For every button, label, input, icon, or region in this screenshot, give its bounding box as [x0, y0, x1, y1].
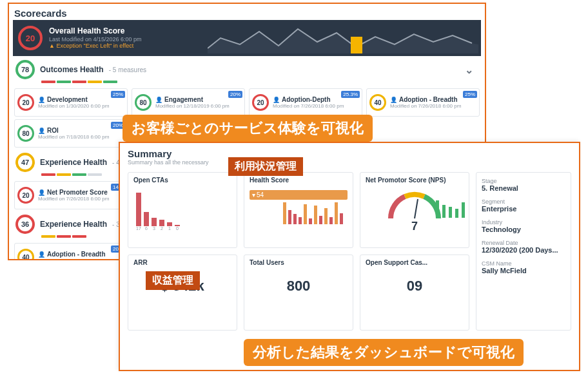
stage-label: Stage — [482, 178, 565, 184]
user-icon: 👤 — [38, 97, 45, 103]
exp2-title: Experience Health — [40, 220, 107, 229]
csm-value: Sally McField — [482, 267, 565, 274]
user-icon: 👤 — [38, 251, 45, 258]
total-users-title: Total Users — [250, 259, 348, 266]
total-users-value: 800 — [250, 278, 348, 294]
svg-line-1 — [415, 199, 418, 218]
measure-score-ring: 40 — [17, 249, 34, 260]
nps-mini-bars — [436, 188, 465, 218]
outcomes-cards-row1: 20 👤Development Modified on 1/30/2020 6:… — [9, 87, 485, 118]
user-icon: 👤 — [38, 189, 45, 196]
svg-rect-0 — [351, 37, 362, 53]
exp1-score-ring: 47 — [15, 153, 35, 172]
callout-dashboard-viz: 分析した結果をダッシュボードで可視化 — [244, 339, 524, 366]
summary-sidebar: Stage5. Renewal SegmentEnterprise Indust… — [476, 172, 571, 331]
measure-badge: 25% — [463, 91, 477, 98]
exp1-title: Experience Health — [40, 158, 107, 167]
callout-revenue-management: 収益管理 — [146, 271, 200, 290]
measure-name: 👤Development — [38, 96, 109, 103]
outcomes-meta: - 5 measures — [109, 66, 146, 73]
health-score-title: Health Score — [250, 177, 348, 184]
measure-badge: 25.3% — [341, 91, 360, 98]
open-support-value: 09 — [366, 278, 464, 294]
measure-date: Modified on 7/26/2018 6:00 pm — [273, 103, 344, 109]
measure-badge: 25% — [111, 91, 125, 98]
measure-name: 👤Adoption-Depth — [273, 96, 344, 103]
measure-score-ring: 40 — [369, 94, 386, 111]
open-ctas-bars — [136, 190, 231, 226]
measure-card[interactable]: 20 👤Development Modified on 1/30/2020 6:… — [14, 88, 128, 117]
measure-card[interactable]: 40 👤Adoption - Breadth Modified on 7/26/… — [14, 243, 128, 260]
open-support-widget[interactable]: Open Support Cas... 09 — [360, 255, 469, 331]
summary-grid: Open CTAs 1763210 Health Score ▾ 54 Net … — [128, 172, 469, 331]
arr-widget[interactable]: ARR $ 542k — [128, 255, 237, 331]
measure-badge: 20% — [228, 91, 242, 98]
open-ctas-title: Open CTAs — [133, 177, 231, 184]
outcomes-title: Outcomes Health — [40, 65, 104, 74]
overall-health-exception: ▲ Exception "Exec Left" in effect — [49, 43, 142, 49]
exp2-score-ring: 36 — [15, 215, 35, 234]
measure-card[interactable]: 40 👤Adoption - Breadth Modified on 7/26/… — [366, 88, 480, 117]
segment-label: Segment — [482, 198, 565, 205]
overall-health-sparkline — [208, 23, 478, 53]
measure-score-ring: 20 — [252, 94, 269, 111]
open-ctas-widget[interactable]: Open CTAs 1763210 — [128, 172, 237, 248]
overall-health-header[interactable]: 20 Overall Health Score Last Modified on… — [13, 20, 481, 56]
overall-health-text: Overall Health Score Last Modified on 4/… — [49, 27, 142, 49]
summary-header: Summary Summary has all the necessary — [120, 143, 579, 167]
measure-name: 👤Adoption - Breadth — [38, 251, 109, 258]
measure-name: 👤Engagement — [155, 96, 230, 103]
measure-name: 👤Net Promoter Score — [38, 189, 109, 196]
nps-title: Net Promotor Score (NPS) — [366, 177, 464, 184]
arr-title: ARR — [133, 259, 231, 266]
open-ctas-labels: 1763210 — [136, 226, 231, 231]
overall-score-ring: 20 — [18, 26, 43, 50]
stage-value: 5. Renewal — [482, 184, 565, 192]
measure-date: Modified on 1/30/2020 6:00 pm — [38, 103, 109, 109]
overall-health-modified: Last Modified on 4/15/2026 6:00 pm — [49, 36, 142, 43]
user-icon: 👤 — [390, 97, 397, 103]
overall-health-title: Overall Health Score — [49, 27, 142, 36]
measure-card[interactable]: 20 👤Net Promoter Score Modified on 7/26/… — [14, 181, 128, 209]
measure-name: 👤Adoption - Breadth — [390, 96, 461, 103]
total-users-widget[interactable]: Total Users 800 — [244, 255, 353, 331]
summary-panel: Summary Summary has all the necessary Op… — [119, 142, 580, 371]
outcomes-health-row[interactable]: 78 Outcomes Health - 5 measures ⌄ — [9, 56, 485, 81]
measure-name: 👤ROI — [38, 127, 109, 134]
chevron-down-icon[interactable]: ⌄ — [465, 64, 473, 76]
callout-service-experience: お客様ごとのサービス体験を可視化 — [122, 115, 373, 142]
measure-date: Modified on 7/18/2018 6:00 pm — [38, 134, 109, 140]
outcomes-segbar — [41, 81, 477, 83]
scorecards-title: Scorecards — [9, 4, 485, 20]
csm-label: CSM Name — [482, 260, 565, 267]
renewal-value: 12/30/2020 (200 Days... — [482, 246, 565, 254]
user-icon: 👤 — [273, 97, 280, 103]
callout-usage-management: 利用状況管理 — [228, 157, 303, 176]
nps-widget[interactable]: Net Promotor Score (NPS) 7 — [360, 172, 469, 248]
measure-date: Modified on 7/26/2018 6:00 pm — [38, 196, 109, 202]
measure-date: Modified on 12/18/2019 6:00 pm — [155, 103, 230, 109]
health-score-widget[interactable]: Health Score ▾ 54 — [244, 172, 353, 248]
measure-card[interactable]: 20 👤Adoption-Depth Modified on 7/26/2018… — [249, 88, 362, 117]
health-score-bars — [283, 188, 343, 224]
renewal-label: Renewal Date — [482, 240, 565, 246]
measure-date: Modified on 7/26/2018 6:00 pm — [38, 258, 109, 260]
user-icon: 👤 — [155, 97, 162, 103]
measure-card[interactable]: 80 👤ROI Modified on 7/18/2018 6:00 pm 20… — [14, 119, 128, 148]
summary-subtitle: Summary has all the necessary — [128, 159, 571, 166]
industry-value: Technology — [482, 226, 565, 233]
measure-score-ring: 20 — [17, 187, 34, 204]
measure-score-ring: 20 — [17, 94, 34, 111]
industry-label: Industry — [482, 219, 565, 226]
outcomes-score-ring: 78 — [15, 60, 35, 79]
open-support-title: Open Support Cas... — [366, 259, 464, 266]
summary-title: Summary — [128, 148, 571, 159]
user-icon: 👤 — [38, 128, 45, 134]
measure-date: Modified on 7/26/2018 6:00 pm — [390, 103, 461, 109]
measure-card[interactable]: 80 👤Engagement Modified on 12/18/2019 6:… — [132, 88, 245, 117]
measure-score-ring: 80 — [135, 94, 152, 111]
segment-value: Enterprise — [482, 205, 565, 213]
measure-score-ring: 80 — [17, 125, 34, 142]
